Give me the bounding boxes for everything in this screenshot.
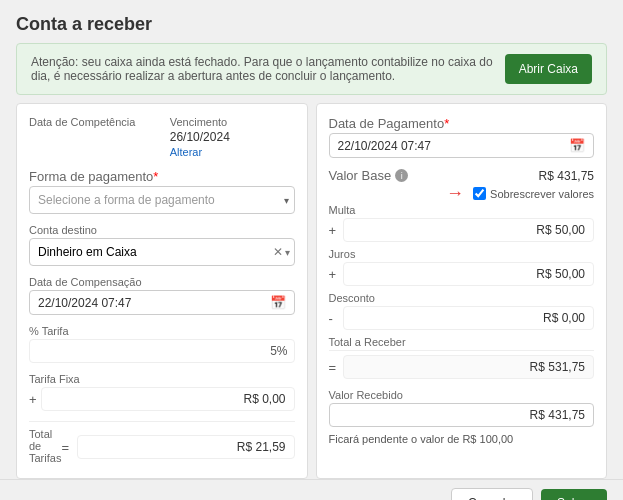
desconto-amount: R$ 0,00 [343,306,595,330]
data-compensacao-wrapper: 📅 [29,290,295,315]
data-compensacao-label: Data de Compensação [29,276,295,288]
total-receber-row: = R$ 531,75 [329,350,595,379]
vencimento-value: 26/10/2024 [170,130,295,144]
total-tarifas-row: Total de Tarifas = R$ 21,59 [29,421,295,466]
pendente-text: Ficará pendente o valor de R$ 100,00 [329,433,595,445]
page-title: Conta a receber [0,0,623,43]
tarifa-fixa-label: Tarifa Fixa [29,373,295,385]
juros-amount: R$ 50,00 [343,262,595,286]
tarifa-pct-field: % Tarifa 5% [29,325,295,363]
forma-pagamento-wrapper: Selecione a forma de pagamento ▾ [29,186,295,214]
data-competencia-col: Data de Competência [29,116,154,159]
data-pagamento-label: Data de Pagamento* [329,116,595,131]
valor-recebido-section: Valor Recebido R$ 431,75 [329,389,595,427]
juros-plus-icon: + [329,267,339,282]
conta-destino-label: Conta destino [29,224,295,236]
conta-destino-clear-icon[interactable]: ✕ [273,245,283,259]
multa-label: Multa [329,204,595,216]
tarifa-fixa-row: + R$ 0,00 [29,387,295,411]
desconto-minus-icon: - [329,311,339,326]
total-receber-equals-icon: = [329,360,339,375]
valor-base-row: Valor Base i R$ 431,75 [329,168,595,183]
juros-label: Juros [329,248,595,260]
forma-pagamento-field: Forma de pagamento* Selecione a forma de… [29,169,295,214]
desconto-section: Desconto - R$ 0,00 [329,292,595,330]
forma-pagamento-label: Forma de pagamento* [29,169,295,184]
multa-plus-icon: + [329,223,339,238]
conta-destino-input[interactable] [38,239,273,265]
valor-recebido-amount: R$ 431,75 [530,408,585,422]
sobrescrever-label: Sobrescrever valores [490,188,594,200]
data-compensacao-calendar-icon[interactable]: 📅 [270,295,286,310]
main-content: Data de Competência Vencimento 26/10/202… [0,103,623,479]
conta-destino-dropdown-icon[interactable]: ▾ [285,247,290,258]
total-tarifas-label: Total de Tarifas [29,428,61,464]
data-pagamento-input[interactable] [338,139,570,153]
save-button[interactable]: Salvar [541,489,607,500]
tarifa-fixa-amount: R$ 0,00 [41,387,295,411]
left-panel: Data de Competência Vencimento 26/10/202… [16,103,308,479]
conta-destino-icons: ✕ ▾ [273,245,294,259]
total-tarifas-amount: R$ 21,59 [77,435,295,459]
page-container: Conta a receber Atenção: seu caixa ainda… [0,0,623,500]
conta-destino-wrapper[interactable]: ✕ ▾ [29,238,295,266]
data-pagamento-calendar-icon[interactable]: 📅 [569,138,585,153]
data-compensacao-input[interactable] [38,296,270,310]
vencimento-col: Vencimento 26/10/2024 Alterar [170,116,295,159]
multa-amount-row: + R$ 50,00 [329,218,595,242]
forma-pagamento-select[interactable]: Selecione a forma de pagamento [29,186,295,214]
alterar-link[interactable]: Alterar [170,146,202,158]
abrir-caixa-button[interactable]: Abrir Caixa [505,54,592,84]
data-compensacao-field: Data de Compensação 📅 [29,276,295,315]
total-tarifas-equals-icon: = [61,440,69,455]
data-pagamento-field: Data de Pagamento* 📅 [329,116,595,158]
valor-recebido-label: Valor Recebido [329,389,595,401]
conta-destino-field: Conta destino ✕ ▾ [29,224,295,266]
vencimento-label: Vencimento [170,116,295,128]
data-competencia-label: Data de Competência [29,116,154,128]
tarifa-pct-value: 5% [29,339,295,363]
data-pagamento-wrapper: 📅 [329,133,595,158]
tarifa-pct-label: % Tarifa [29,325,295,337]
footer: Cancelar Salvar [0,479,623,500]
desconto-amount-row: - R$ 0,00 [329,306,595,330]
alert-bar: Atenção: seu caixa ainda está fechado. P… [16,43,607,95]
sobrescrever-row: → Sobrescrever valores [329,187,595,200]
sobrescrever-checkbox[interactable] [473,187,486,200]
valor-recebido-box: R$ 431,75 [329,403,595,427]
valor-base-label: Valor Base i [329,168,409,183]
valor-base-amount: R$ 431,75 [539,169,594,183]
total-receber-amount: R$ 531,75 [343,355,595,379]
forma-pagamento-required: * [153,169,158,184]
tarifa-fixa-field: Tarifa Fixa + R$ 0,00 [29,373,295,411]
multa-section: Multa + R$ 50,00 [329,204,595,242]
data-pagamento-required: * [444,116,449,131]
juros-amount-row: + R$ 50,00 [329,262,595,286]
valor-base-info-icon[interactable]: i [395,169,408,182]
alert-text: Atenção: seu caixa ainda está fechado. P… [31,55,495,83]
cancel-button[interactable]: Cancelar [451,488,533,500]
multa-amount: R$ 50,00 [343,218,595,242]
red-arrow-icon: → [446,183,464,204]
right-panel: Data de Pagamento* 📅 Valor Base i R$ 431… [316,103,608,479]
total-receber-label: Total a Receber [329,336,595,348]
date-row: Data de Competência Vencimento 26/10/202… [29,116,295,159]
tarifa-fixa-plus-icon: + [29,392,37,407]
desconto-label: Desconto [329,292,595,304]
juros-section: Juros + R$ 50,00 [329,248,595,286]
